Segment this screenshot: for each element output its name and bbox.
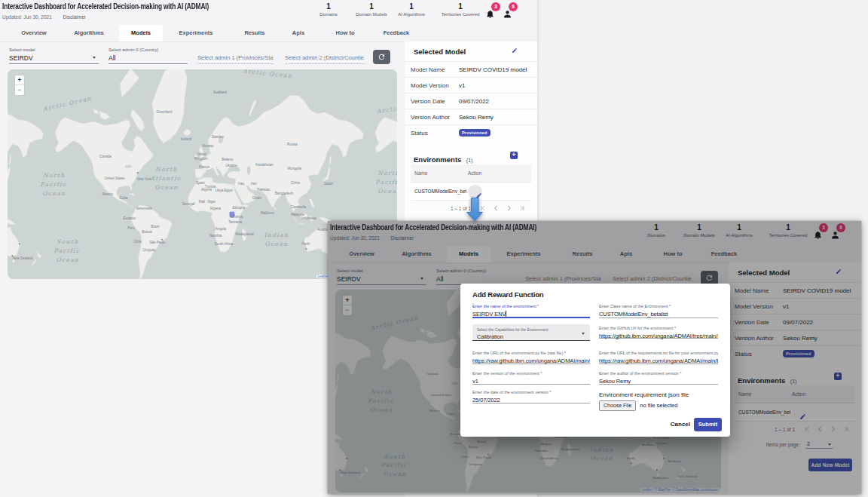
text-cursor [506, 311, 506, 317]
dashboard-window-front: Interactive Dashboard for Accelerated De… [328, 221, 861, 494]
pencil-icon [472, 189, 478, 195]
stat-domain-models: 1Domain Models [350, 2, 393, 17]
last-page-button[interactable] [515, 204, 528, 212]
add-environment-button[interactable]: + [510, 152, 518, 159]
select-admin1[interactable]: Select admin 1 (Provinces/Stat... [197, 46, 274, 64]
field-caps[interactable]: Select the Capabilities for the Environm… [472, 324, 590, 341]
notifications-button[interactable]: 3 [485, 6, 497, 19]
refresh-button[interactable] [373, 50, 390, 64]
chevron-down-icon [93, 57, 96, 59]
previous-page-button[interactable] [490, 204, 503, 212]
zoom-out-button[interactable]: − [15, 85, 24, 95]
status-badge: Provisioned [459, 129, 491, 137]
tab-models[interactable]: Models [131, 25, 151, 41]
plus-icon: + [512, 151, 515, 158]
field-author[interactable]: Enter the author of the environment vers… [599, 371, 718, 385]
field-version[interactable]: Enter the version of the environment *v1 [472, 371, 590, 385]
next-page-button[interactable] [503, 204, 515, 212]
add-reward-function-dialog: Add Reward Function Enter the name of th… [460, 284, 730, 437]
chevron-down-icon [582, 333, 585, 335]
tab-bar: OverviewAlgorithmsModelsExperimentsResul… [0, 25, 537, 41]
field-github[interactable]: Enter the GitHub Url for the environment… [599, 326, 718, 339]
disclaimer-link[interactable]: Disclaimer [63, 14, 86, 20]
file-input-row: Choose File no file selected [599, 400, 720, 411]
tab-apis[interactable]: Apis [292, 25, 304, 41]
stat-ai-algorithms: 1AI Algorithms [393, 2, 430, 17]
pencil-icon [512, 48, 518, 54]
map-zoom-control: + − [14, 75, 25, 96]
select-admin2[interactable]: Select admin 2 (District/Countie... [285, 46, 365, 64]
table-header: Name Action [411, 164, 531, 183]
user-badge: 6 [509, 2, 518, 11]
tab-how-to[interactable]: How to [336, 25, 355, 41]
model-info-rows: Model NameSEIRDV COVID19 modelModel Vers… [405, 61, 537, 140]
field-envpy[interactable]: Enter the URL of the environment.py file… [472, 351, 590, 364]
select-model[interactable]: Select model SEIRDV [9, 46, 99, 64]
edit-model-button[interactable] [512, 48, 518, 54]
field-date[interactable]: Enter the date of the environment versio… [472, 390, 590, 403]
subheader: Updated: Jun 30, 2021 Disclaimer [2, 14, 86, 20]
stat-domains: 1Domains [307, 2, 350, 17]
field-class[interactable]: Enter Class name of the Environment *CUS… [599, 304, 718, 318]
stats-bar: 1Domains1Domain Models1AI Algorithms1Ter… [307, 2, 491, 17]
model-info-row: Version Date09/07/2022 [405, 93, 537, 109]
tab-feedback[interactable]: Feedback [384, 25, 410, 41]
tab-experiments[interactable]: Experiments [179, 25, 212, 41]
dialog-title: Add Reward Function [472, 290, 543, 299]
field-name[interactable]: Enter the name of the environment*SEIRDV… [472, 304, 590, 318]
environments-heading: Environments (1) [414, 152, 472, 165]
select-admin0-country[interactable]: Select admin 0 (Country) All [108, 46, 188, 64]
edit-environment-button[interactable] [468, 185, 482, 199]
user-menu-button[interactable]: 6 [503, 6, 515, 19]
tab-algorithms[interactable]: Algorithms [74, 25, 104, 41]
refresh-icon [377, 53, 386, 61]
stat-territories-covered: 1Territories Covered [430, 2, 491, 17]
model-info-row: Model Versionv1 [405, 77, 537, 93]
tab-results[interactable]: Results [244, 25, 264, 41]
model-info-row: Model NameSEIRDV COVID19 model [405, 61, 537, 77]
model-status-row: Status Provisioned [405, 124, 537, 140]
updated-date: Updated: Jun 30, 2021 [2, 14, 52, 20]
panel-heading: Selected Model [414, 48, 466, 56]
zoom-in-button[interactable]: + [15, 75, 24, 85]
choose-file-button[interactable]: Choose File [599, 400, 636, 411]
cancel-button[interactable]: Cancel [671, 421, 690, 428]
field-reqs[interactable]: Enter the URL of the requirements.txt fi… [599, 351, 718, 364]
notifications-badge: 3 [491, 2, 500, 11]
annotation-arrow-down-icon [465, 198, 484, 222]
model-info-row: Version AuthorSekou Remy [405, 109, 537, 124]
submit-button[interactable]: Submit [694, 418, 722, 431]
page-title: Interactive Dashboard for Accelerated De… [2, 2, 209, 11]
file-upload-field: Environment requirement json file Choose… [599, 391, 720, 411]
tab-overview[interactable]: Overview [21, 25, 46, 41]
